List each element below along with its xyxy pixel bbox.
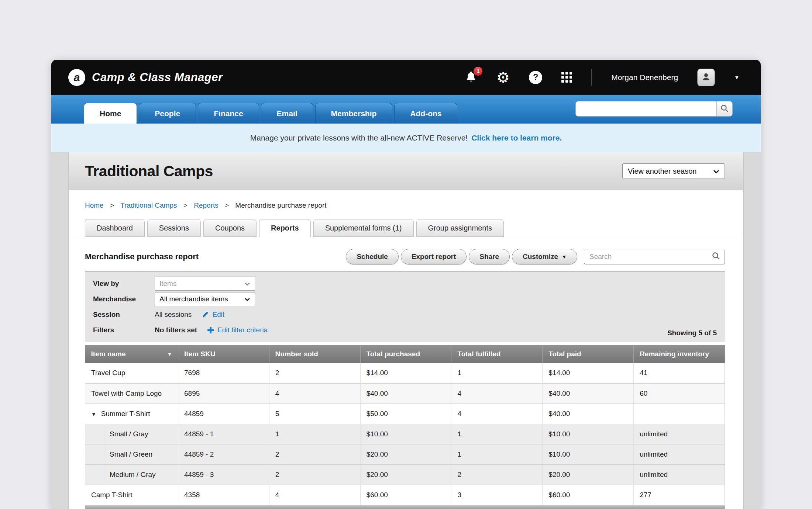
settings-button[interactable]: ⚙ [496,70,510,85]
report-search [584,249,725,264]
edit-filter-criteria-link[interactable]: Edit filter criteria [217,326,268,334]
global-search-input[interactable] [575,101,716,117]
promo-banner-link[interactable]: Click here to learn more. [471,134,562,142]
app-window: a Camp & Class Manager 1 ⚙ ? Morgan Den [51,60,761,509]
help-button[interactable]: ? [529,71,542,84]
active-logo-icon[interactable]: a [68,69,85,86]
column-remaining-inventory[interactable]: Remaining inventory [634,345,725,363]
top-bar: a Camp & Class Manager 1 ⚙ ? Morgan Den [51,60,761,95]
search-icon [720,104,729,114]
number-sold-cell: 2 [269,464,360,485]
column-total-fulfilled[interactable]: Total fulfilled [451,345,543,363]
share-button[interactable]: Share [469,249,510,264]
notifications-button[interactable]: 1 [465,70,477,84]
column-total-purchased[interactable]: Total purchased [360,345,451,363]
nav-tab-people[interactable]: People [139,103,196,124]
total-purchased-cell: $40.00 [360,383,451,404]
sort-descending-icon: ▼ [167,352,172,357]
tab-supplemental-forms[interactable]: Supplemental forms (1) [313,219,414,237]
apps-grid-icon [561,72,572,83]
promo-banner: Manage your private lessons with the all… [51,124,761,152]
partial-next-row [85,505,725,509]
breadcrumb-home[interactable]: Home [85,201,104,209]
total-fulfilled-cell: 2 [451,464,543,485]
content-backdrop: Traditional Camps View another season Ho… [51,152,761,509]
customize-button[interactable]: Customize ▼ [512,249,577,264]
total-paid-cell: $10.00 [543,444,634,464]
apps-grid-button[interactable] [561,72,572,83]
table-row: Camp T-Shirt 4358 4 $60.00 3 $60.00 277 [85,485,725,505]
content-card: Traditional Camps View another season Ho… [68,152,744,509]
variant-name-cell: Medium / Gray [85,464,178,485]
total-paid-cell: $60.00 [543,485,634,505]
nav-tab-home[interactable]: Home [84,103,137,124]
global-search-button[interactable] [716,101,733,117]
export-report-button[interactable]: Export report [401,249,467,264]
season-select[interactable]: View another season [622,163,725,179]
total-paid-cell: $14.00 [543,363,634,383]
item-sku-cell: 44859 - 1 [178,424,269,444]
merchandise-table: Item name ▼ Item SKU Number sold Total p… [85,345,725,505]
chevron-down-icon [244,280,250,288]
pencil-icon[interactable] [201,311,209,319]
merchandise-label: Merchandise [93,295,155,303]
season-select-value: View another season [628,167,696,176]
report-header: Merchandise purchase report Schedule Exp… [69,237,743,271]
table-row-variant: Small / Gray 44859 - 1 1 $10.00 1 $10.00… [85,424,725,444]
total-purchased-cell: $20.00 [360,444,451,464]
total-paid-cell: $40.00 [543,404,634,424]
schedule-button[interactable]: Schedule [346,249,398,264]
tab-group-assignments[interactable]: Group assignments [416,219,504,237]
chevron-down-icon[interactable]: ▼ [734,75,739,80]
number-sold-cell: 2 [269,444,360,464]
remaining-inventory-cell: 41 [634,363,725,383]
tab-coupons[interactable]: Coupons [203,219,257,237]
report-search-input[interactable] [584,253,708,261]
merchandise-select[interactable]: All merchandise items [155,292,255,306]
column-item-sku[interactable]: Item SKU [178,345,269,363]
session-edit-link[interactable]: Edit [212,311,224,319]
breadcrumb-separator: > [110,201,114,209]
item-name-cell: Camp T-Shirt [85,485,178,505]
gear-icon: ⚙ [496,70,510,85]
tab-dashboard[interactable]: Dashboard [85,219,145,237]
remaining-inventory-cell: unlimited [634,444,725,464]
nav-tab-email[interactable]: Email [261,103,313,124]
help-icon: ? [529,71,542,84]
nav-tab-membership[interactable]: Membership [315,103,393,124]
view-by-row: View by Items [93,276,718,291]
tab-reports[interactable]: Reports [259,219,311,237]
breadcrumb-reports[interactable]: Reports [194,201,219,209]
breadcrumb-separator: > [183,201,187,209]
total-fulfilled-cell: 1 [451,363,543,383]
item-sku-cell: 44859 - 2 [178,444,269,464]
column-number-sold[interactable]: Number sold [269,345,360,363]
tab-sessions[interactable]: Sessions [147,219,201,237]
plus-icon[interactable] [207,326,214,334]
column-total-paid[interactable]: Total paid [543,345,634,363]
view-by-select[interactable]: Items [155,277,255,291]
person-icon [701,72,711,83]
item-sku-cell: 44859 [178,404,269,424]
total-fulfilled-cell: 4 [451,404,543,424]
item-sku-cell: 7698 [178,363,269,383]
top-bar-divider [591,69,592,86]
variant-name-cell: Small / Green [85,444,178,464]
filters-row: Filters No filters set Edit filter crite… [93,322,718,338]
total-purchased-cell: $20.00 [360,464,451,485]
merchandise-select-value: All merchandise items [159,295,228,303]
showing-count: Showing 5 of 5 [667,329,717,337]
report-search-button[interactable] [708,252,725,262]
collapse-icon[interactable]: ▼ [91,411,96,417]
customize-button-label: Customize [523,253,558,261]
remaining-inventory-cell [634,404,725,424]
breadcrumb-traditional-camps[interactable]: Traditional Camps [120,201,177,209]
nav-tab-addons[interactable]: Add-ons [394,103,457,124]
filters-label: Filters [93,326,155,334]
nav-tab-finance[interactable]: Finance [198,103,259,124]
avatar[interactable] [697,69,715,86]
column-item-name[interactable]: Item name ▼ [85,345,178,363]
user-name[interactable]: Morgan Denenberg [611,73,678,82]
total-paid-cell: $10.00 [543,424,634,444]
report-actions: Schedule Export report Share Customize ▼ [346,249,577,264]
